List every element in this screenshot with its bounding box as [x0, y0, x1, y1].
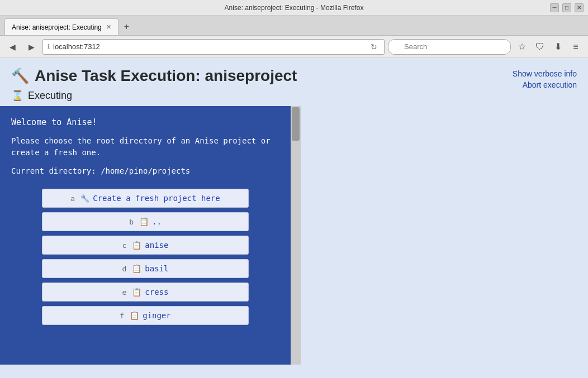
- url-bar[interactable]: ℹ localhost:7312 ↻: [42, 39, 385, 55]
- bookmark-button[interactable]: ☆: [514, 39, 530, 55]
- forward-button[interactable]: ▶: [23, 39, 39, 55]
- current-dir-text: Current directory: /home/pino/projects: [11, 166, 279, 175]
- folder-icon-f: 📋: [130, 311, 139, 320]
- folder-icon-e: 📋: [132, 288, 141, 296]
- button-list: a 🔧 Create a fresh project here b 📋 .. c…: [11, 189, 279, 325]
- status-line: ⌛ Executing: [11, 89, 297, 102]
- dir-label-anise: anise: [145, 241, 168, 250]
- new-tab-button[interactable]: +: [118, 18, 135, 35]
- dir-label-cress: cress: [145, 288, 168, 296]
- shortcut-e: e: [122, 288, 127, 296]
- dir-button-anise[interactable]: c 📋 anise: [42, 236, 249, 255]
- page-title: 🔨 Anise Task Execution: aniseproject: [11, 67, 297, 85]
- dir-label-basil: basil: [145, 264, 168, 273]
- description-text: Please choose the root directory of an A…: [11, 135, 279, 159]
- dir-button-cress[interactable]: e 📋 cress: [42, 283, 249, 302]
- url-text: localhost:7312: [53, 42, 365, 51]
- close-button[interactable]: ✕: [575, 3, 584, 12]
- page-wrapper: 🔨 Anise Task Execution: aniseproject ⌛ E…: [0, 58, 588, 378]
- dir-label-parent: ..: [152, 217, 162, 226]
- shortcut-a: a: [70, 194, 75, 203]
- active-tab[interactable]: Anise: aniseproject: Executing ✕: [4, 18, 118, 35]
- scrollbar-thumb[interactable]: [292, 107, 300, 141]
- search-container: 🔍: [388, 39, 511, 55]
- status-text: Executing: [28, 90, 72, 102]
- create-project-button[interactable]: a 🔧 Create a fresh project here: [42, 189, 249, 208]
- refresh-button[interactable]: ↻: [368, 41, 380, 52]
- browser-title: Anise: aniseproject: Executing - Mozilla…: [225, 4, 364, 12]
- page-header: 🔨 Anise Task Execution: aniseproject ⌛ E…: [0, 58, 588, 106]
- dir-button-parent[interactable]: b 📋 ..: [42, 212, 249, 231]
- abort-execution-link[interactable]: Abort execution: [523, 80, 577, 89]
- folder-icon-c: 📋: [132, 241, 141, 250]
- content-area: Welcome to Anise! Please choose the root…: [0, 106, 588, 365]
- dir-button-ginger[interactable]: f 📋 ginger: [42, 306, 249, 325]
- create-button-label: Create a fresh project here: [93, 194, 220, 203]
- page-header-actions: Show verbose info Abort execution: [513, 67, 577, 89]
- menu-button[interactable]: ≡: [568, 39, 584, 55]
- dir-label-ginger: ginger: [143, 311, 171, 320]
- hourglass-icon: ⌛: [11, 89, 23, 102]
- shortcut-b: b: [129, 218, 134, 226]
- security-icon: ℹ: [48, 43, 50, 50]
- tab-bar: Anise: aniseproject: Executing ✕ +: [0, 16, 588, 36]
- left-panel: Welcome to Anise! Please choose the root…: [0, 106, 291, 365]
- shortcut-d: d: [122, 265, 127, 273]
- shortcut-f: f: [120, 312, 124, 320]
- download-button[interactable]: ⬇: [550, 39, 566, 55]
- search-input[interactable]: [388, 39, 511, 55]
- page-title-area: 🔨 Anise Task Execution: aniseproject ⌛ E…: [11, 67, 297, 102]
- wrench-icon: 🔧: [80, 194, 89, 203]
- tab-close-button[interactable]: ✕: [106, 23, 111, 31]
- title-bar: Anise: aniseproject: Executing - Mozilla…: [0, 0, 588, 16]
- shield-button[interactable]: 🛡: [532, 39, 548, 55]
- maximize-button[interactable]: □: [562, 3, 571, 12]
- page-title-text: Anise Task Execution: aniseproject: [35, 67, 297, 85]
- window-controls: ─ □ ✕: [550, 3, 584, 12]
- folder-icon-d: 📋: [132, 264, 141, 273]
- minimize-button[interactable]: ─: [550, 3, 559, 12]
- dir-button-basil[interactable]: d 📋 basil: [42, 259, 249, 278]
- show-verbose-link[interactable]: Show verbose info: [513, 69, 577, 78]
- scrollbar[interactable]: [291, 106, 301, 365]
- back-button[interactable]: ◀: [4, 39, 20, 55]
- tools-icon: 🔨: [11, 68, 29, 85]
- tab-label: Anise: aniseproject: Executing: [12, 23, 102, 31]
- welcome-text: Welcome to Anise!: [11, 117, 279, 127]
- nav-actions: ☆ 🛡 ⬇ ≡: [514, 39, 584, 55]
- right-panel: [301, 106, 588, 365]
- folder-icon-b: 📋: [139, 217, 149, 226]
- nav-bar: ◀ ▶ ℹ localhost:7312 ↻ 🔍 ☆ 🛡 ⬇ ≡: [0, 36, 588, 58]
- shortcut-c: c: [122, 241, 127, 250]
